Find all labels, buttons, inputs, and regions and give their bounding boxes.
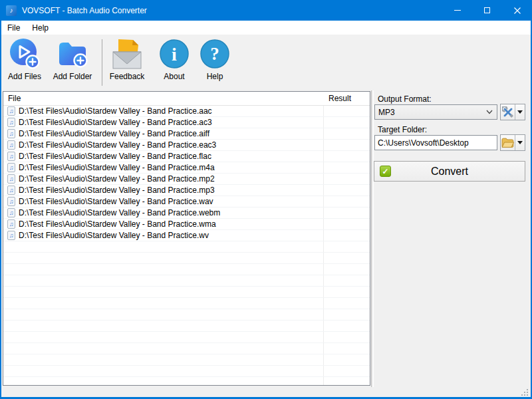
music-note-file-icon: ♫ [7,152,15,161]
empty-row [3,287,370,298]
table-row[interactable]: ♫D:\Test Files\Audio\Stardew Valley - Ba… [3,174,370,185]
file-path: D:\Test Files\Audio\Stardew Valley - Ban… [19,219,216,229]
close-icon [514,7,521,14]
target-folder-input[interactable] [374,135,497,150]
options-panel: Output Format: MP3 Target Folder: [374,90,530,387]
file-path: D:\Test Files\Audio\Stardew Valley - Ban… [19,163,215,172]
app-icon: ♪ [6,5,17,16]
svg-text:i: i [172,44,177,65]
add-files-button[interactable]: Add Files [5,38,44,81]
resize-grip[interactable] [521,388,529,396]
music-note-file-icon: ♫ [7,208,15,217]
about-label: About [164,72,184,81]
table-row[interactable]: ♫D:\Test Files\Audio\Stardew Valley - Ba… [3,140,370,151]
empty-row [3,241,370,253]
table-row[interactable]: ♫D:\Test Files\Audio\Stardew Valley - Ba… [3,117,370,128]
table-row[interactable]: ♫D:\Test Files\Audio\Stardew Valley - Ba… [3,162,370,174]
window-border-left [0,21,1,399]
empty-row [3,332,370,343]
file-path: D:\Test Files\Audio\Stardew Valley - Ban… [19,118,212,127]
add-folder-icon [57,38,88,70]
music-note-file-icon: ♫ [7,163,15,172]
file-path: D:\Test Files\Audio\Stardew Valley - Ban… [19,152,211,161]
file-path: D:\Test Files\Audio\Stardew Valley - Ban… [19,140,216,150]
tools-icon [502,106,514,118]
column-header-result[interactable]: Result [329,94,351,103]
column-header-file[interactable]: File [8,94,21,103]
convert-button[interactable]: ✓ Convert [374,161,525,182]
add-files-icon [9,38,41,70]
empty-row [3,377,370,386]
music-note-file-icon: ♫ [7,174,15,184]
feedback-button[interactable]: Feedback [107,38,147,81]
minimize-button[interactable] [442,0,472,21]
statusbar [1,387,531,397]
app-window: ♪ VOVSOFT - Batch Audio Converter File H… [0,0,532,399]
music-note-file-icon: ♫ [7,118,15,127]
output-format-select[interactable]: MP3 [374,104,497,120]
music-note-file-icon: ♫ [7,106,15,116]
toolbar-separator [102,39,102,86]
help-button[interactable]: ? Help [197,38,233,81]
music-note-file-icon: ♫ [7,140,15,150]
table-row[interactable]: ♫D:\Test Files\Audio\Stardew Valley - Ba… [3,219,370,230]
table-row[interactable]: ♫D:\Test Files\Audio\Stardew Valley - Ba… [3,207,370,219]
file-list: File Result ♫D:\Test Files\Audio\Stardew… [3,91,370,386]
menu-help[interactable]: Help [26,22,55,34]
music-note-file-icon: ♫ [7,219,15,229]
file-list-header: File Result [3,92,370,106]
empty-row [3,309,370,321]
menu-file[interactable]: File [1,22,26,34]
target-folder-label: Target Folder: [378,125,427,134]
table-row[interactable]: ♫D:\Test Files\Audio\Stardew Valley - Ba… [3,196,370,207]
file-path: D:\Test Files\Audio\Stardew Valley - Ban… [19,197,213,206]
svg-text:?: ? [210,44,219,64]
file-path: D:\Test Files\Audio\Stardew Valley - Ban… [19,186,215,195]
empty-row [3,343,370,354]
folder-icon [501,138,514,148]
chevron-down-icon [486,110,493,114]
music-note-file-icon: ♫ [7,186,15,195]
file-path: D:\Test Files\Audio\Stardew Valley - Ban… [19,231,209,240]
file-path: D:\Test Files\Audio\Stardew Valley - Ban… [19,106,212,116]
about-info-icon: i [159,38,190,70]
minimize-icon [454,10,461,11]
window-title: VOVSOFT - Batch Audio Converter [22,6,147,15]
maximize-icon [484,7,490,13]
table-row[interactable]: ♫D:\Test Files\Audio\Stardew Valley - Ba… [3,185,370,196]
toolbar: Add Files Add Folder [1,35,531,90]
feedback-label: Feedback [110,72,145,81]
help-label: Help [207,72,223,81]
output-format-label: Output Format: [378,94,432,104]
add-folder-label: Add Folder [53,72,92,81]
menubar: File Help [1,21,531,35]
close-button[interactable] [502,0,532,21]
browse-folder-button[interactable] [500,134,525,151]
convert-label: Convert [391,166,508,178]
empty-row [3,354,370,366]
add-folder-button[interactable]: Add Folder [51,38,94,81]
maximize-button[interactable] [472,0,502,21]
titlebar[interactable]: ♪ VOVSOFT - Batch Audio Converter [0,0,532,21]
empty-row [3,366,370,377]
file-path: D:\Test Files\Audio\Stardew Valley - Ban… [19,129,209,138]
about-button[interactable]: i About [156,38,193,81]
feedback-envelope-icon [110,38,144,70]
file-path: D:\Test Files\Audio\Stardew Valley - Ban… [19,174,215,184]
empty-row [3,253,370,264]
empty-row [3,275,370,287]
empty-row [3,264,370,275]
help-question-icon: ? [200,38,230,70]
table-row[interactable]: ♫D:\Test Files\Audio\Stardew Valley - Ba… [3,230,370,241]
table-row[interactable]: ♫D:\Test Files\Audio\Stardew Valley - Ba… [3,106,370,117]
table-row[interactable]: ♫D:\Test Files\Audio\Stardew Valley - Ba… [3,151,370,162]
empty-row [3,298,370,309]
format-settings-dropdown-icon [517,110,523,114]
table-row[interactable]: ♫D:\Test Files\Audio\Stardew Valley - Ba… [3,128,370,140]
format-settings-button[interactable] [500,104,525,120]
music-note-file-icon: ♫ [7,129,15,138]
add-files-label: Add Files [8,72,41,81]
browse-folder-dropdown-icon [517,141,523,144]
file-list-body: ♫D:\Test Files\Audio\Stardew Valley - Ba… [3,106,370,386]
music-note-file-icon: ♫ [7,197,15,206]
